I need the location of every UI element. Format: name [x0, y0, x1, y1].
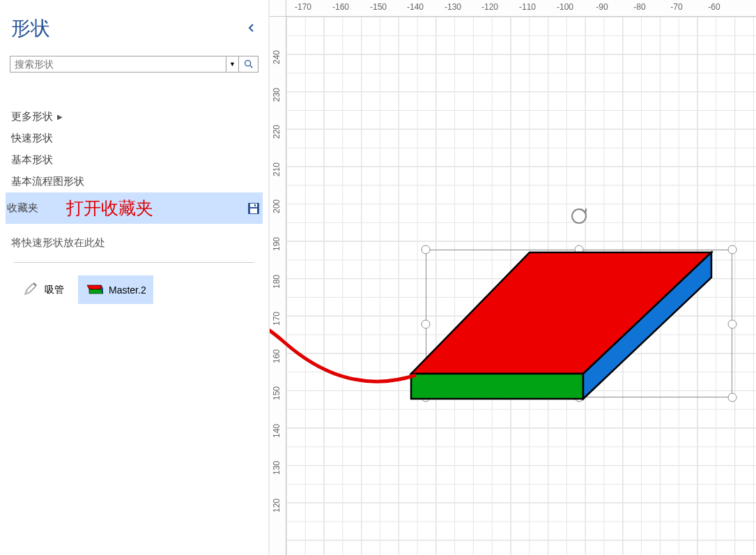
vertical-ruler[interactable]: 240 230 220 210 200 190 180 170 160 150 … [270, 17, 286, 555]
ruler-tick: 200 [272, 199, 281, 213]
svg-rect-3 [250, 204, 257, 207]
master2-thumb-icon [85, 284, 103, 296]
shape-label: 吸管 [45, 284, 64, 296]
shapes-panel: 形状 ▼ 更多形状 ▶ 快速形状 基本形状 基本流程图形状 收藏夹 打开收藏夹 [0, 0, 270, 555]
ruler-tick: 170 [272, 312, 281, 326]
svg-marker-12 [411, 374, 583, 399]
category-label: 基本流程图形状 [11, 175, 84, 188]
chevron-right-icon: ▶ [57, 113, 63, 121]
category-basic-shapes[interactable]: 基本形状 [10, 149, 259, 171]
ruler-tick: 230 [272, 88, 281, 102]
svg-line-1 [250, 66, 252, 68]
ruler-tick: 150 [272, 386, 281, 400]
ruler-tick: -150 [370, 2, 387, 12]
category-list: 更多形状 ▶ 快速形状 基本形状 基本流程图形状 收藏夹 打开收藏夹 [0, 106, 268, 224]
category-label: 收藏夹 [7, 202, 38, 215]
svg-point-0 [245, 61, 250, 66]
svg-rect-4 [250, 208, 257, 213]
category-label: 基本形状 [11, 153, 53, 167]
ruler-tick: 160 [272, 349, 281, 363]
ruler-tick: 210 [272, 162, 281, 176]
eyedropper-icon [22, 280, 39, 299]
ruler-tick: -80 [633, 2, 645, 12]
ruler-tick: -90 [596, 2, 608, 12]
search-dropdown[interactable]: ▼ [226, 56, 239, 73]
ruler-tick: 240 [272, 50, 281, 64]
ruler-tick: -170 [295, 2, 311, 12]
save-icon[interactable] [247, 202, 260, 215]
svg-marker-6 [87, 285, 103, 289]
ruler-tick: -140 [407, 2, 424, 12]
ruler-tick: 120 [272, 499, 281, 512]
svg-rect-5 [254, 204, 256, 206]
collapse-icon[interactable] [245, 19, 257, 39]
category-favorites[interactable]: 收藏夹 打开收藏夹 [6, 192, 263, 224]
search-button[interactable] [239, 56, 259, 73]
canvas-area[interactable]: -170 -160 -150 -140 -130 -120 -110 -100 … [270, 0, 756, 555]
ruler-tick: -100 [557, 2, 573, 12]
ruler-tick: 180 [272, 275, 281, 289]
shape-item-master2[interactable]: Master.2 [78, 275, 153, 304]
svg-marker-8 [89, 289, 103, 294]
ruler-tick: -130 [445, 2, 461, 12]
canvas-shape-3d-block[interactable] [401, 250, 735, 403]
category-more-shapes[interactable]: 更多形状 ▶ [10, 106, 259, 128]
panel-title: 形状 [11, 15, 50, 42]
ruler-tick: -60 [708, 2, 720, 12]
ruler-tick: -160 [332, 2, 349, 12]
ruler-corner [270, 0, 286, 17]
quick-shapes-hint: 将快速形状放在此处 [0, 224, 268, 262]
shape-item-eyedropper[interactable]: 吸管 [15, 275, 71, 304]
search-row: ▼ [10, 56, 259, 73]
rotate-handle[interactable] [570, 207, 588, 225]
ruler-tick: 190 [272, 237, 281, 251]
ruler-tick: -70 [670, 2, 682, 12]
shape-items: 吸管 Master.2 [0, 263, 268, 317]
horizontal-ruler[interactable]: -170 -160 -150 -140 -130 -120 -110 -100 … [286, 0, 756, 17]
search-icon [243, 59, 254, 70]
ruler-tick: 140 [272, 424, 281, 438]
category-label: 快速形状 [11, 132, 53, 145]
annotation-open-favorites: 打开收藏夹 [66, 197, 153, 220]
shape-label: Master.2 [109, 284, 146, 296]
category-label: 更多形状 [11, 110, 53, 123]
category-flowchart-shapes[interactable]: 基本流程图形状 [10, 171, 259, 192]
ruler-tick: -120 [481, 2, 498, 12]
search-input[interactable] [10, 56, 226, 73]
category-quick-shapes[interactable]: 快速形状 [10, 128, 259, 149]
ruler-tick: 130 [272, 461, 281, 475]
ruler-tick: 220 [272, 125, 281, 139]
ruler-tick: -110 [519, 2, 536, 12]
